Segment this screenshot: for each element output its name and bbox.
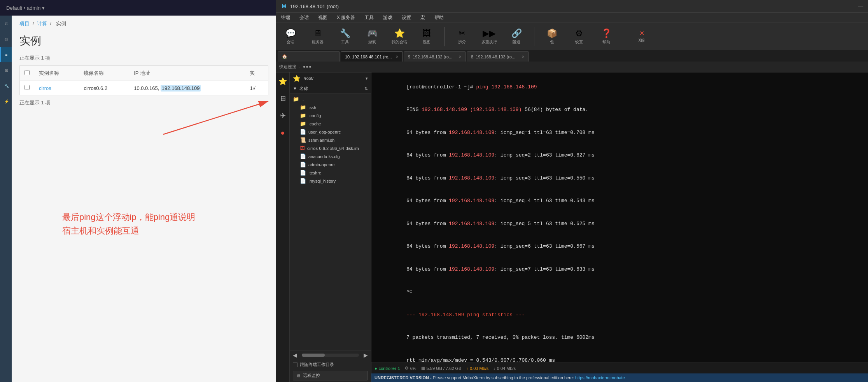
- breadcrumb-compute[interactable]: 计算: [37, 21, 47, 26]
- left-sidebar: π ◎ ≡ ⊞ 🔧 ⚡: [0, 16, 12, 382]
- menu-tools[interactable]: 工具: [363, 14, 375, 22]
- col-name: 实例名称: [34, 66, 79, 81]
- nav-icon-star[interactable]: ⭐: [277, 76, 289, 87]
- moba-main: ⭐ 🖥 ✈ ● ⭐ /root/ ▾ ▼ 名称 ⇅ 📁 ..: [276, 72, 868, 382]
- title-icon: 🖥: [281, 3, 287, 10]
- sidebar-item-3[interactable]: ≡: [0, 47, 12, 62]
- tab-session-2[interactable]: 9. 192.168.48.102 (ro... ✕: [404, 51, 466, 62]
- scroll-right-btn[interactable]: ▶: [362, 352, 369, 358]
- term-line-ping-header: PING 192.168.148.109 (192.168.148.109) 5…: [376, 99, 863, 121]
- tab-3-label: 8. 192.168.48.103 (ro...: [471, 55, 515, 59]
- file-item-config[interactable]: 📁 .config: [290, 111, 371, 120]
- tab-session-1[interactable]: 10. 192.168.48.101 (ro... ✕: [341, 51, 403, 62]
- file-item-admin-openrc[interactable]: 📄 admin-openrc: [290, 160, 371, 169]
- tab-2-close[interactable]: ✕: [458, 55, 462, 59]
- file-item-sshmianmi[interactable]: 📜 sshmianmi.sh: [290, 136, 371, 144]
- file-item-user-openrc[interactable]: 📄 user_dog-openrc: [290, 128, 371, 136]
- menu-games[interactable]: 游戏: [382, 14, 394, 22]
- file-name: cirros-0.6.2-x86_64-disk.im: [307, 146, 359, 151]
- follow-terminal-label: 跟随终端工作目录: [300, 362, 334, 368]
- toolbar-help[interactable]: ❓ 帮助: [597, 28, 616, 45]
- toolbar-tunnel[interactable]: 🔗 隧道: [507, 28, 526, 45]
- file-name: admin-openrc: [308, 162, 334, 167]
- sidebar-item-4[interactable]: ⊞: [0, 62, 12, 78]
- packages-label: 包: [550, 39, 554, 45]
- tab-home[interactable]: 🏠: [278, 51, 340, 62]
- tab-3-close[interactable]: ✕: [522, 55, 525, 59]
- file-tree: 📁 .. 📁 .ssh 📁 .config 📁 .cache: [290, 93, 371, 350]
- file-name: sshmianmi.sh: [308, 138, 334, 143]
- my-sessions-icon: ⭐: [394, 28, 405, 39]
- view-label: 视图: [423, 39, 430, 45]
- status-download: ↓ 0.04 Mb/s: [493, 366, 516, 371]
- file-item-tcshrc[interactable]: 📄 .tcshrc: [290, 169, 371, 177]
- menu-help[interactable]: 帮助: [433, 14, 445, 22]
- tools-label: 工具: [341, 39, 349, 45]
- menu-xserver[interactable]: X 服务器: [335, 14, 357, 22]
- scroll-left-btn[interactable]: ◀: [291, 352, 299, 358]
- file-item-cirros-img[interactable]: 🖼 cirros-0.6.2-x86_64-disk.im: [290, 144, 371, 152]
- nav-icon-record[interactable]: ●: [277, 127, 289, 139]
- toolbar-xserver[interactable]: ✕ X服: [632, 30, 651, 43]
- term-line-stats-1: 7 packets transmitted, 7 received, 0% pa…: [376, 326, 863, 349]
- sort-icon[interactable]: ⇅: [364, 86, 368, 91]
- toolbar-my-sessions[interactable]: ⭐ 我的会话: [390, 28, 409, 45]
- toolbar-games[interactable]: 🎮 游戏: [362, 28, 382, 45]
- ip-cell: 10.0.0.165, 192.168.148.109: [129, 81, 245, 95]
- file-icon: 📄: [300, 162, 306, 167]
- unreg-link[interactable]: https://mobaxterm.mobate: [575, 375, 625, 380]
- session-indicator: ●: [374, 366, 377, 371]
- breadcrumb-project[interactable]: 项目: [19, 21, 30, 26]
- menu-settings[interactable]: 设置: [400, 14, 413, 22]
- toolbar-server[interactable]: 🖥 服务器: [308, 28, 327, 45]
- term-line-separator: --- 192.168.148.109 ping statistics ---: [376, 303, 863, 326]
- menu-macro[interactable]: 宏: [419, 14, 427, 22]
- cpu-value: 6%: [410, 366, 416, 371]
- multi-exec-icon: ▶▶: [483, 28, 496, 39]
- admin-link[interactable]: Default • admin ▾: [6, 5, 45, 11]
- file-item-cache[interactable]: 📁 .cache: [290, 120, 371, 128]
- file-name: anaconda-ks.cfg: [308, 154, 340, 159]
- toolbar-session[interactable]: 💬 会话: [281, 28, 300, 45]
- toolbar-settings[interactable]: ⚙ 设置: [569, 28, 589, 45]
- terminal-area[interactable]: [root@controller-1 ~]# ping 192.168.148.…: [371, 72, 868, 363]
- admin-label: Default • admin: [6, 5, 40, 11]
- file-path: /root/: [304, 76, 362, 81]
- file-item-mysql-history[interactable]: 📄 .mysql_history: [290, 177, 371, 185]
- session-icon: 💬: [285, 28, 296, 39]
- sidebar-item-1[interactable]: π: [0, 16, 12, 31]
- moba-toolbar: 💬 会话 🖥 服务器 🔧 工具 🎮 游戏 ⭐ 我的会话 🖼 视图 ✂ 拆分: [276, 23, 868, 50]
- toolbar-multi-exec[interactable]: ▶▶ 多重执行: [480, 28, 499, 45]
- sidebar-item-5[interactable]: 🔧: [0, 78, 12, 93]
- toolbar-tools[interactable]: 🔧 工具: [335, 28, 355, 45]
- row-checkbox[interactable]: [24, 85, 30, 90]
- toolbar-packages[interactable]: 📦 包: [542, 28, 562, 45]
- file-name: .ssh: [308, 105, 316, 110]
- toolbar-view[interactable]: 🖼 视图: [417, 28, 436, 45]
- nav-icon-connect[interactable]: ✈: [277, 110, 289, 121]
- sidebar-item-2[interactable]: ◎: [0, 31, 12, 47]
- menu-terminal[interactable]: 终端: [279, 14, 292, 22]
- upload-icon: ↑: [466, 366, 468, 371]
- tab-session-3[interactable]: 8. 192.168.48.103 (ro... ✕: [467, 51, 529, 62]
- tab-1-close[interactable]: ✕: [396, 55, 399, 59]
- menu-view[interactable]: 视图: [317, 14, 329, 22]
- menu-session[interactable]: 会话: [298, 14, 310, 22]
- select-all-checkbox[interactable]: [24, 70, 30, 75]
- instance-name-link[interactable]: cirros: [39, 85, 51, 91]
- file-item-parent[interactable]: 📁 ..: [290, 95, 371, 103]
- term-line-reply-6: 64 bytes from 192.168.148.109: icmp_seq=…: [376, 235, 863, 258]
- minimize-btn[interactable]: —: [858, 4, 863, 9]
- window-controls: —: [858, 4, 863, 9]
- toolbar-divider-2: [534, 27, 534, 46]
- toolbar-split[interactable]: ✂ 拆分: [452, 28, 472, 45]
- remote-monitor-btn[interactable]: 🖥 远程监控: [293, 371, 368, 380]
- split-label: 拆分: [458, 39, 466, 45]
- file-item-ssh[interactable]: 📁 .ssh: [290, 103, 371, 111]
- follow-terminal-checkbox[interactable]: [293, 363, 298, 367]
- server-label: 服务器: [312, 39, 324, 45]
- nav-icon-server[interactable]: 🖥: [277, 93, 289, 104]
- file-item-anaconda-ks[interactable]: 📄 anaconda-ks.cfg: [290, 152, 371, 160]
- sidebar-item-6[interactable]: ⚡: [0, 93, 12, 109]
- status-cell: 1√: [245, 81, 268, 95]
